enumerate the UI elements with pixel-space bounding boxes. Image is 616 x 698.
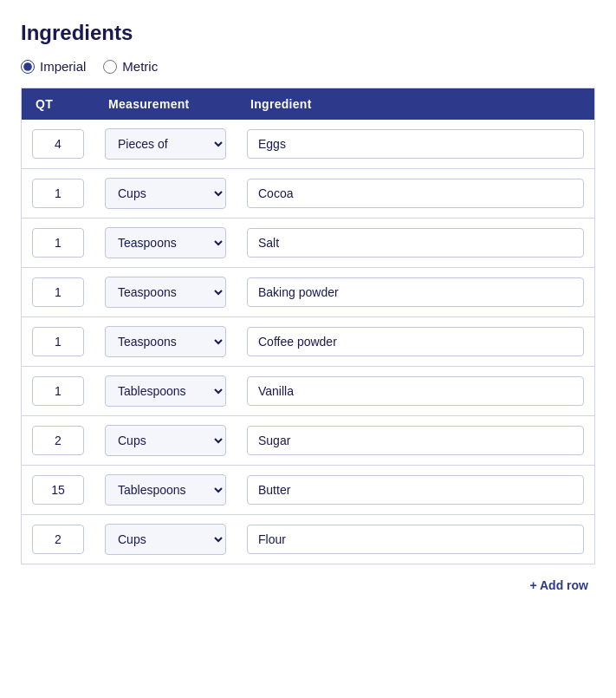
qty-cell	[22, 120, 95, 169]
table-row: Pieces ofCupsTeaspoonsTablespoonsGramsOu…	[22, 268, 595, 317]
unit-selector: Imperial Metric	[21, 59, 595, 74]
col-header-measurement: Measurement	[94, 88, 237, 121]
metric-radio-label[interactable]: Metric	[103, 59, 158, 74]
metric-label: Metric	[122, 59, 158, 74]
measurement-select[interactable]: Pieces ofCupsTeaspoonsTablespoonsGramsOu…	[105, 277, 226, 308]
ingredient-cell	[237, 120, 595, 169]
ingredient-input[interactable]	[247, 277, 584, 307]
qty-input[interactable]	[32, 426, 84, 455]
ingredient-cell	[237, 317, 595, 367]
ingredient-cell	[237, 367, 595, 416]
qty-cell	[22, 367, 95, 416]
imperial-radio-label[interactable]: Imperial	[21, 59, 86, 74]
measurement-cell: Pieces ofCupsTeaspoonsTablespoonsGramsOu…	[94, 416, 237, 466]
ingredient-input[interactable]	[247, 179, 584, 208]
ingredient-input[interactable]	[247, 228, 584, 258]
col-header-qt: QT	[22, 88, 95, 121]
add-row-container: + Add row	[21, 575, 595, 596]
qty-input[interactable]	[32, 327, 84, 356]
ingredient-cell	[237, 268, 595, 317]
table-row: Pieces ofCupsTeaspoonsTablespoonsGramsOu…	[22, 317, 595, 367]
ingredient-input[interactable]	[247, 525, 584, 554]
measurement-cell: Pieces ofCupsTeaspoonsTablespoonsGramsOu…	[94, 515, 237, 564]
table-body: Pieces ofCupsTeaspoonsTablespoonsGramsOu…	[22, 120, 595, 564]
qty-cell	[22, 268, 95, 317]
table-row: Pieces ofCupsTeaspoonsTablespoonsGramsOu…	[22, 416, 595, 466]
measurement-cell: Pieces ofCupsTeaspoonsTablespoonsGramsOu…	[94, 120, 237, 169]
qty-input[interactable]	[32, 376, 84, 406]
ingredient-cell	[237, 219, 595, 268]
ingredient-cell	[237, 515, 595, 564]
qty-input[interactable]	[32, 475, 84, 505]
measurement-select[interactable]: Pieces ofCupsTeaspoonsTablespoonsGramsOu…	[105, 425, 226, 456]
qty-input[interactable]	[32, 228, 84, 258]
qty-input[interactable]	[32, 179, 84, 208]
table-row: Pieces ofCupsTeaspoonsTablespoonsGramsOu…	[22, 219, 595, 268]
ingredient-cell	[237, 416, 595, 466]
imperial-radio[interactable]	[21, 60, 35, 74]
measurement-select[interactable]: Pieces ofCupsTeaspoonsTablespoonsGramsOu…	[105, 178, 226, 209]
measurement-cell: Pieces ofCupsTeaspoonsTablespoonsGramsOu…	[94, 169, 237, 219]
measurement-select[interactable]: Pieces ofCupsTeaspoonsTablespoonsGramsOu…	[105, 524, 226, 555]
qty-cell	[22, 416, 95, 466]
page-title: Ingredients	[21, 21, 595, 45]
table-row: Pieces ofCupsTeaspoonsTablespoonsGramsOu…	[22, 169, 595, 219]
measurement-select[interactable]: Pieces ofCupsTeaspoonsTablespoonsGramsOu…	[105, 227, 226, 258]
qty-cell	[22, 466, 95, 515]
qty-cell	[22, 219, 95, 268]
qty-cell	[22, 169, 95, 219]
table-header: QT Measurement Ingredient	[22, 88, 595, 121]
table-row: Pieces ofCupsTeaspoonsTablespoonsGramsOu…	[22, 466, 595, 515]
add-row-button[interactable]: + Add row	[522, 575, 595, 596]
ingredients-table: QT Measurement Ingredient Pieces ofCupsT…	[21, 88, 595, 564]
table-row: Pieces ofCupsTeaspoonsTablespoonsGramsOu…	[22, 120, 595, 169]
qty-cell	[22, 317, 95, 367]
qty-input[interactable]	[32, 525, 84, 554]
ingredient-cell	[237, 466, 595, 515]
qty-input[interactable]	[32, 129, 84, 159]
measurement-select[interactable]: Pieces ofCupsTeaspoonsTablespoonsGramsOu…	[105, 326, 226, 357]
table-row: Pieces ofCupsTeaspoonsTablespoonsGramsOu…	[22, 515, 595, 564]
table-row: Pieces ofCupsTeaspoonsTablespoonsGramsOu…	[22, 367, 595, 416]
ingredient-input[interactable]	[247, 327, 584, 356]
measurement-cell: Pieces ofCupsTeaspoonsTablespoonsGramsOu…	[94, 268, 237, 317]
col-header-ingredient: Ingredient	[237, 88, 595, 121]
measurement-cell: Pieces ofCupsTeaspoonsTablespoonsGramsOu…	[94, 466, 237, 515]
measurement-cell: Pieces ofCupsTeaspoonsTablespoonsGramsOu…	[94, 317, 237, 367]
ingredient-cell	[237, 169, 595, 219]
ingredient-input[interactable]	[247, 376, 584, 406]
ingredient-input[interactable]	[247, 426, 584, 455]
ingredient-input[interactable]	[247, 129, 584, 159]
ingredient-input[interactable]	[247, 475, 584, 505]
measurement-cell: Pieces ofCupsTeaspoonsTablespoonsGramsOu…	[94, 367, 237, 416]
qty-input[interactable]	[32, 277, 84, 307]
measurement-select[interactable]: Pieces ofCupsTeaspoonsTablespoonsGramsOu…	[105, 474, 226, 506]
qty-cell	[22, 515, 95, 564]
measurement-select[interactable]: Pieces ofCupsTeaspoonsTablespoonsGramsOu…	[105, 128, 226, 160]
measurement-select[interactable]: Pieces ofCupsTeaspoonsTablespoonsGramsOu…	[105, 375, 226, 407]
metric-radio[interactable]	[103, 60, 117, 74]
measurement-cell: Pieces ofCupsTeaspoonsTablespoonsGramsOu…	[94, 219, 237, 268]
imperial-label: Imperial	[40, 59, 86, 74]
